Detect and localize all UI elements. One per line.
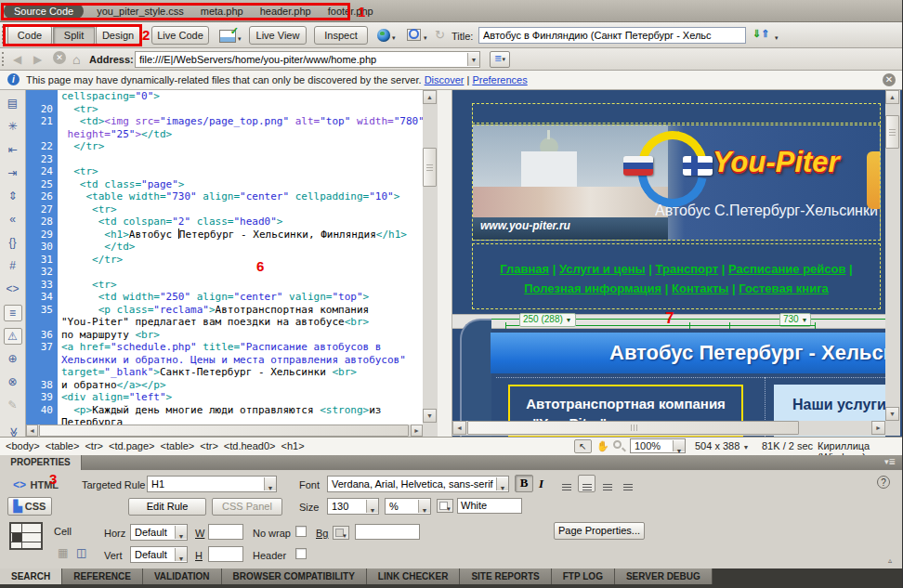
code-line[interactable]: 25 <td class="page">: [26, 178, 423, 191]
site-menu-link[interactable]: Контакты: [672, 281, 728, 295]
site-header-image[interactable]: www.you-piter.ru You-Piter Автобус С.Пет…: [472, 124, 881, 241]
text-color-value[interactable]: White: [457, 498, 522, 514]
scroll-up-icon[interactable]: ▲: [885, 90, 899, 104]
forward-icon[interactable]: ▶: [33, 53, 42, 66]
scroll-right-icon[interactable]: ►: [411, 425, 423, 437]
zoom-tool-icon[interactable]: [613, 440, 622, 449]
code-line[interactable]: 39<div align="left">: [26, 391, 423, 404]
code-horizontal-scrollbar[interactable]: ◄ ►: [26, 425, 423, 437]
align-center-button[interactable]: [578, 475, 595, 492]
file-management-dropdown-icon[interactable]: ▾: [775, 34, 779, 42]
home-icon[interactable]: ⌂: [72, 52, 80, 67]
code-line[interactable]: 28 <td colspan="2" class="head0">: [26, 216, 423, 229]
split-cell-icon[interactable]: ◫: [76, 546, 86, 559]
address-dropdown-icon[interactable]: ▼: [467, 53, 479, 66]
collapse-selection-icon[interactable]: ⇥: [4, 165, 22, 182]
live-code-button[interactable]: Live Code: [151, 26, 209, 45]
font-select[interactable]: Verdana, Arial, Helvetica, sans-serif▼: [327, 476, 509, 492]
scroll-thumb[interactable]: [467, 421, 799, 435]
syntax-error-alerts-icon[interactable]: ⚠: [4, 328, 22, 345]
page-heading-band[interactable]: Автобус Петербург - Хельсинки: [491, 333, 885, 373]
italic-button[interactable]: I: [539, 477, 543, 491]
site-menu-link[interactable]: Главная: [500, 262, 549, 276]
scroll-up-icon[interactable]: ▲: [423, 90, 437, 104]
hand-tool-icon[interactable]: ✋: [596, 440, 609, 452]
pane-divider[interactable]: [438, 90, 452, 437]
balance-braces-icon[interactable]: {}: [4, 235, 22, 252]
bg-input[interactable]: [355, 524, 420, 540]
code-line[interactable]: 35 <p class="reclama">Автотранспортная к…: [26, 304, 423, 317]
code-line[interactable]: 26 <table width="730" align="center" cel…: [26, 190, 423, 203]
results-tab-ftp-log[interactable]: FTP LOG: [552, 568, 615, 584]
check-browser-dropdown-icon[interactable]: ▾: [238, 35, 242, 43]
results-tab-search[interactable]: SEARCH: [0, 568, 62, 584]
refresh-icon[interactable]: ↻: [435, 28, 445, 42]
properties-tab[interactable]: PROPERTIES: [0, 455, 82, 470]
address-bar-grip[interactable]: [2, 52, 6, 66]
site-menu-link[interactable]: Расписание рейсов: [728, 262, 845, 276]
apply-comment-icon[interactable]: ⊕: [4, 351, 22, 368]
edit-rule-button[interactable]: Edit Rule: [128, 498, 206, 516]
results-tab-site-reports[interactable]: SITE REPORTS: [460, 568, 551, 584]
results-tab-link-checker[interactable]: LINK CHECKER: [367, 568, 461, 584]
remove-comment-icon[interactable]: ⊗: [4, 374, 22, 391]
inspect-button[interactable]: Inspect: [314, 26, 368, 45]
code-line[interactable]: 23: [26, 153, 423, 166]
w-input[interactable]: [208, 524, 243, 540]
tag-selector-item[interactable]: <tr>: [85, 440, 103, 451]
size-unit-select[interactable]: %▼: [385, 498, 431, 515]
merge-cells-icon[interactable]: ▦: [58, 546, 68, 559]
code-line[interactable]: cellspacing="0">: [26, 90, 423, 103]
code-line[interactable]: 40 <p>Каждый день многие люди отправляют…: [26, 404, 423, 417]
code-line[interactable]: 20 <tr>: [26, 103, 423, 116]
code-line[interactable]: target="_blank">Санкт-Петербург - Хельси…: [26, 366, 423, 379]
preview-dropdown-icon[interactable]: ▾: [392, 34, 396, 42]
code-line[interactable]: 24 <tr>: [26, 165, 423, 178]
targeted-rule-select[interactable]: H1▼: [147, 476, 277, 492]
collapse-full-tag-icon[interactable]: ⇤: [4, 142, 22, 159]
file-management-icon[interactable]: ⇓⇑: [752, 28, 769, 40]
code-line[interactable]: 31 </tr>: [26, 254, 423, 267]
horz-select[interactable]: Default▼: [130, 524, 188, 541]
word-wrap-icon[interactable]: ≡: [4, 305, 22, 321]
code-line[interactable]: 30 </td>: [26, 241, 423, 254]
code-line[interactable]: 37<a href="schedule.php" title="Расписан…: [26, 341, 423, 354]
align-right-button[interactable]: [598, 475, 616, 492]
tag-selector-item[interactable]: <table>: [161, 440, 195, 451]
filter-related-files-icon[interactable]: [881, 5, 894, 17]
code-line[interactable]: 38и обратно</a></p>: [26, 379, 423, 392]
browser-list-icon[interactable]: ≣▾: [490, 51, 510, 68]
select-tool-icon[interactable]: ↖: [574, 439, 592, 453]
preview-in-browser-icon[interactable]: [377, 29, 390, 42]
text-color-well[interactable]: ▼: [437, 499, 453, 513]
code-vertical-scrollbar[interactable]: ▲ ▼: [423, 90, 438, 437]
results-tab-server-debug[interactable]: SERVER DEBUG: [615, 568, 713, 584]
validate-dropdown-icon[interactable]: ▾: [424, 34, 427, 42]
scroll-thumb[interactable]: [39, 425, 409, 437]
vert-select[interactable]: Default▼: [130, 546, 188, 563]
scroll-thumb[interactable]: [423, 148, 437, 187]
code-line[interactable]: 21 <td><img src="images/page_top.png" al…: [26, 115, 423, 128]
scroll-left-icon[interactable]: ◄: [452, 421, 466, 435]
expand-all-icon[interactable]: ⇕: [4, 189, 22, 205]
header-checkbox[interactable]: [295, 548, 307, 559]
column-width-menu-250[interactable]: 250 (288) ▼: [519, 313, 576, 327]
code-line[interactable]: Петербурга: [26, 416, 423, 425]
bg-color-well[interactable]: ▼: [333, 526, 349, 540]
open-documents-icon[interactable]: ▤: [4, 96, 22, 112]
css-panel-button[interactable]: CSS Panel: [212, 498, 282, 516]
site-menu-link[interactable]: Полезная информация: [524, 281, 661, 295]
code-line[interactable]: height="25"></td>: [26, 128, 423, 141]
results-tab-reference[interactable]: REFERENCE: [62, 568, 143, 584]
tag-selector-item[interactable]: <td.head0>: [224, 440, 276, 451]
close-info-bar-icon[interactable]: ✕: [883, 73, 896, 86]
code-line[interactable]: 34 <td width="250" align="center" valign…: [26, 291, 423, 304]
tag-selector-item[interactable]: <body>: [6, 440, 40, 451]
results-tab-browser-compatibility[interactable]: BROWSER COMPATIBILITY: [222, 568, 367, 584]
design-horizontal-scrollbar[interactable]: ◄ ►: [452, 421, 885, 436]
code-line[interactable]: 33 <tr>: [26, 279, 423, 292]
scroll-down-icon[interactable]: ▼: [423, 409, 437, 423]
scroll-right-icon[interactable]: ►: [871, 421, 885, 435]
code-line[interactable]: Хельсинки и обратно. Цены и места отправ…: [26, 354, 423, 367]
bold-button[interactable]: B: [515, 475, 533, 492]
